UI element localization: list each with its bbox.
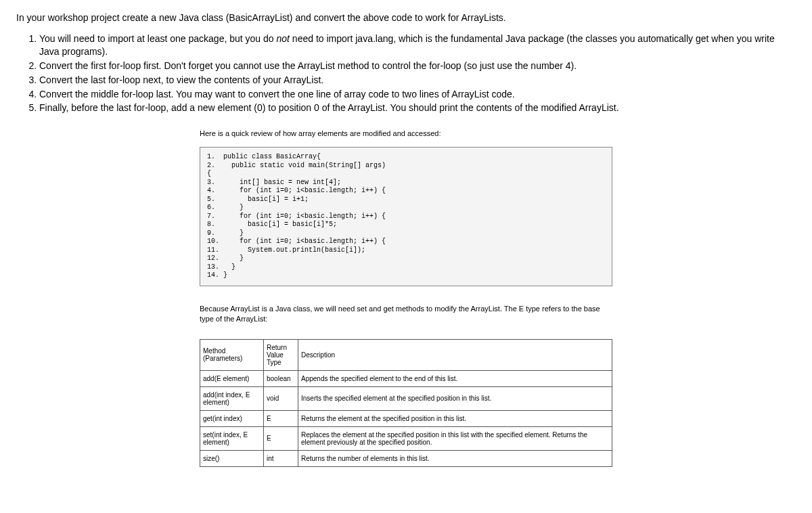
cell-return: int xyxy=(264,450,298,466)
header-description: Description xyxy=(298,339,612,370)
cell-desc: Appends the specified element to the end… xyxy=(298,370,612,386)
list-item: You will need to import at least one pac… xyxy=(39,32,796,58)
table-row: size() int Returns the number of element… xyxy=(200,450,612,466)
list-item-text: You will need to import at least one pac… xyxy=(39,33,277,44)
cell-return: void xyxy=(264,386,298,410)
because-text: Because ArrayList is a Java class, we wi… xyxy=(200,304,612,324)
table-row: get(int index) E Returns the element at … xyxy=(200,410,612,426)
table-row: set(int index, E element) E Replaces the… xyxy=(200,426,612,450)
methods-table: Method (Parameters) Return Value Type De… xyxy=(200,339,612,467)
cell-return: boolean xyxy=(264,370,298,386)
cell-desc: Returns the number of elements in this l… xyxy=(298,450,612,466)
cell-method: size() xyxy=(200,450,264,466)
table-header-row: Method (Parameters) Return Value Type De… xyxy=(200,339,612,370)
cell-method: add(E element) xyxy=(200,370,264,386)
header-return: Return Value Type xyxy=(264,339,298,370)
cell-desc: Returns the element at the specified pos… xyxy=(298,410,612,426)
cell-desc: Replaces the element at the specified po… xyxy=(298,426,612,450)
review-intro: Here is a quick review of how array elem… xyxy=(200,129,612,137)
header-method: Method (Parameters) xyxy=(200,339,264,370)
cell-method: set(int index, E element) xyxy=(200,426,264,450)
inner-content: Here is a quick review of how array elem… xyxy=(200,129,612,466)
list-item: Convert the last for-loop next, to view … xyxy=(39,74,796,87)
cell-return: E xyxy=(264,426,298,450)
emphasis-not: not xyxy=(277,33,290,44)
cell-desc: Inserts the specified element at the spe… xyxy=(298,386,612,410)
code-block: 1. public class BasicArray{ 2. public st… xyxy=(200,147,612,286)
cell-method: add(int index, E element) xyxy=(200,386,264,410)
list-item: Convert the first for-loop first. Don't … xyxy=(39,60,796,72)
cell-return: E xyxy=(264,410,298,426)
intro-text: In your workshop project create a new Ja… xyxy=(16,12,796,23)
table-row: add(int index, E element) void Inserts t… xyxy=(200,386,612,410)
cell-method: get(int index) xyxy=(200,410,264,426)
table-row: add(E element) boolean Appends the speci… xyxy=(200,370,612,386)
list-item: Convert the middle for-loop last. You ma… xyxy=(39,88,796,101)
instruction-list: You will need to import at least one pac… xyxy=(16,32,796,114)
list-item: Finally, before the last for-loop, add a… xyxy=(39,102,796,114)
